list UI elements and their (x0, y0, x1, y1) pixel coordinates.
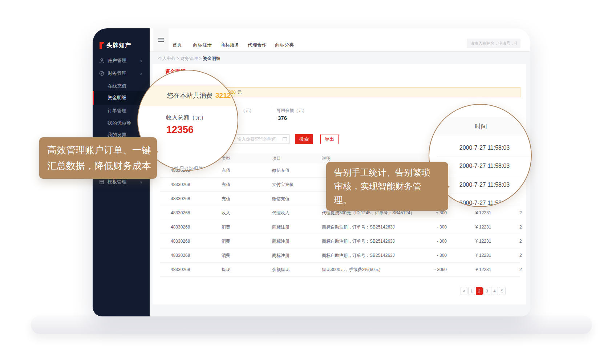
brand-name: 头牌知产 (106, 42, 131, 49)
active-indicator (93, 91, 94, 105)
pagination-page-3[interactable]: 3 (483, 287, 490, 295)
export-button[interactable]: 导出 (320, 134, 339, 144)
col-desc: 说明 (322, 155, 331, 162)
tooltip-right: 告别手工统计、告别繁琐 审核，实现智能财务管 理。 (326, 162, 448, 211)
sidebar-item-account[interactable]: 账户管理 ∨ (93, 56, 150, 66)
pagination-page-2-active[interactable]: 2 (476, 287, 483, 295)
stat-balance-label: 可用余额（元） (276, 108, 307, 114)
pagination-page-5[interactable]: 5 (499, 287, 506, 295)
calendar-icon[interactable] (283, 137, 287, 141)
table-row[interactable]: 48330268 消费 商标注册 商标自助注册，订单号：SB2514263J -… (160, 248, 520, 263)
breadcrumb-finance[interactable]: 财务管理 (181, 56, 198, 61)
sidebar-item-label: 账户管理 (108, 57, 126, 64)
template-icon (99, 179, 105, 185)
sort-caret-icon[interactable]: ∨ (273, 157, 276, 160)
sidebar-item-label: 财务管理 (108, 70, 126, 77)
brand-logo: 头牌知产 (98, 41, 131, 49)
brand-logo-icon (98, 41, 105, 49)
time-cell: 2000-7-27 11:58:03 (437, 139, 532, 157)
search-button[interactable]: 搜索 (295, 134, 313, 144)
chevron-down-icon: ∨ (140, 59, 142, 63)
sort-caret-icon[interactable]: ∨ (223, 157, 225, 160)
user-icon (99, 58, 105, 64)
stat-balance-value: 376 (278, 115, 287, 121)
banner-unit: 元 (237, 89, 242, 96)
page-root: 头牌知产 账户管理 ∨ 财务管理 ∧ (0, 0, 616, 364)
breadcrumb: 个人中心 > 财务管理 > 资金明细 (158, 56, 220, 62)
nav-item-trademark-service[interactable]: 商标服务 (220, 42, 239, 48)
nav-item-agent-cooperation[interactable]: 代理合作 (248, 42, 267, 48)
nav-item-trademark-category[interactable]: 商标分类 (275, 42, 294, 48)
sidebar-item-online-recharge[interactable]: 在线充值 (93, 81, 150, 91)
table-row[interactable]: 48330268 消费 商标注册 商标自助注册，订单号：SB2514263J -… (160, 234, 520, 248)
nav-item-trademark-register[interactable]: 商标注册 (193, 42, 212, 48)
chevron-down-icon: ∨ (140, 180, 142, 184)
magnified-banner: 您在本站共消费 32124 (138, 85, 238, 106)
time-query-input[interactable] (232, 134, 290, 144)
banner-prefix: 您在本站共消费 (167, 91, 212, 100)
stat-divider (271, 106, 271, 121)
tooltip-left: 高效管理账户订单、一键 汇总数据，降低财务成本 (39, 137, 157, 179)
trademark-search-input[interactable] (467, 39, 520, 48)
laptop-base (31, 315, 592, 334)
pagination-page-4[interactable]: 4 (491, 287, 498, 295)
breadcrumb-personal-center[interactable]: 个人中心 (158, 56, 175, 61)
chevron-up-icon: ∧ (140, 72, 142, 76)
stat-middle-label: （元） (241, 108, 254, 114)
stat-income-label: 收入总额（元） (166, 114, 207, 122)
table-row[interactable]: 48330268 提现 余额提现 提现3000元，手续费2%(60元) - 30… (160, 263, 520, 277)
table-row[interactable]: 48330268 消费 商标注册 商标自助注册，订单号：SB2514263J -… (160, 220, 520, 234)
sidebar-item-finance[interactable]: 财务管理 ∧ (93, 68, 150, 78)
breadcrumb-current: 资金明细 (203, 56, 220, 61)
finance-icon (99, 70, 105, 76)
hamburger-menu-icon[interactable] (153, 28, 169, 51)
time-cell: 2000-7-27 11:58:03 (437, 157, 532, 175)
nav-item-home[interactable]: 首页 (173, 42, 182, 48)
col-time: 时间 (429, 117, 532, 136)
pagination-prev-button[interactable]: < (461, 287, 467, 295)
stat-income-value: 12356 (166, 124, 194, 136)
pagination-page-1[interactable]: 1 (468, 287, 475, 295)
